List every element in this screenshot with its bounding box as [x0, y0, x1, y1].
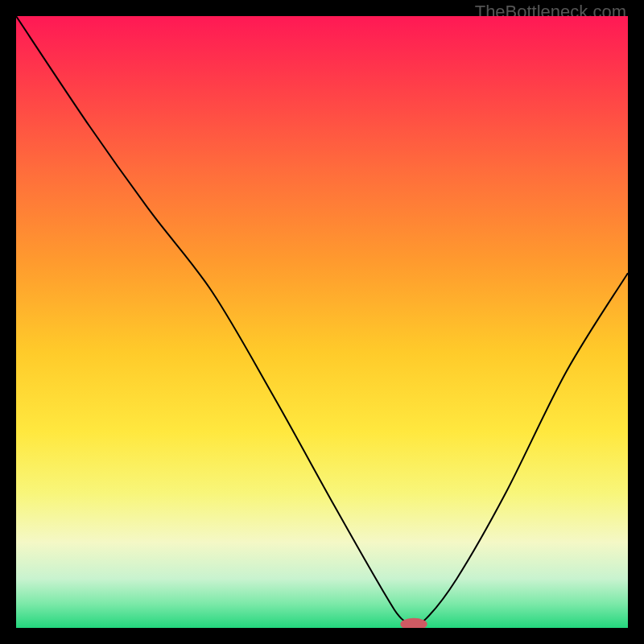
- plot-area: [16, 16, 628, 628]
- gradient-background: [16, 16, 628, 628]
- chart-frame: TheBottleneck.com: [0, 0, 644, 644]
- bottleneck-curve-chart: [16, 16, 628, 628]
